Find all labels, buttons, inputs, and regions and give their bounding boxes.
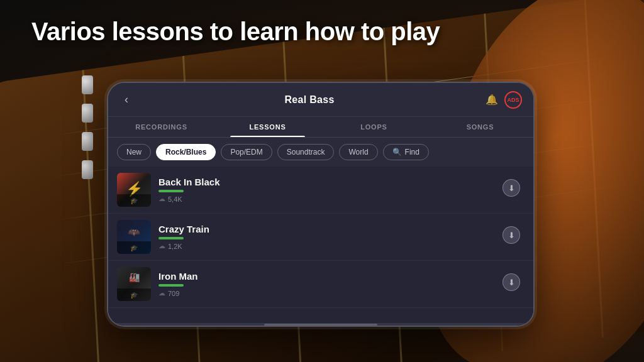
thumb-overlay: 🎓 [117, 241, 151, 254]
header-actions: 🔔 ADS [486, 91, 522, 109]
song-title: Iron Man [158, 271, 494, 282]
play-download-icon: ⬇ [502, 179, 524, 200]
song-downloads: ☁ 5,4K [158, 195, 494, 203]
song-action-button[interactable]: ⬇ [502, 178, 525, 201]
tab-loops[interactable]: LOOPS [321, 117, 427, 137]
download-arrow-icon: ⬇ [503, 227, 519, 244]
action-circle: ⬇ [502, 226, 520, 244]
tab-lessons[interactable]: LESSONS [214, 117, 321, 137]
action-circle: ⬇ [502, 273, 520, 291]
app-title: Real Bass [284, 94, 334, 106]
difficulty-bar [158, 237, 184, 239]
cloud-icon: ☁ [158, 289, 165, 297]
thumb-overlay: 🎓 [117, 194, 151, 207]
mortarboard-icon: 🎓 [130, 197, 138, 204]
filter-pop-edm[interactable]: Pop/EDM [221, 144, 272, 160]
tuning-peg [82, 75, 93, 94]
song-info: Iron Man ☁ 709 [158, 271, 494, 297]
tuning-peg [82, 160, 93, 179]
filter-world[interactable]: World [339, 144, 377, 160]
tab-bar: RECORDINGS LESSONS LOOPS SONGS [108, 117, 533, 138]
song-thumbnail: ⚡ 🎓 [117, 173, 151, 207]
scroll-indicator [108, 323, 533, 326]
song-downloads: ☁ 709 [158, 289, 494, 297]
app-screen: ‹ Real Bass 🔔 ADS RECORDINGS LESSONS LOO… [108, 83, 533, 326]
difficulty-bar [158, 284, 184, 287]
search-icon: 🔍 [392, 148, 402, 156]
play-download-icon: ⬇ [502, 273, 524, 295]
back-button[interactable]: ‹ [119, 90, 133, 109]
download-arrow-icon: ⬇ [503, 274, 519, 292]
filter-bar: New Rock/Blues Pop/EDM Soundtrack World … [108, 138, 533, 167]
download-arrow-icon: ⬇ [503, 180, 519, 197]
song-downloads: ☁ 1,2K [158, 242, 494, 250]
filter-soundtrack[interactable]: Soundtrack [277, 144, 335, 160]
filter-rock-blues[interactable]: Rock/Blues [156, 144, 216, 160]
thumb-overlay: 🎓 [117, 288, 151, 301]
song-info: Crazy Train ☁ 1,2K [158, 224, 494, 250]
tuning-peg [82, 104, 93, 123]
filter-find[interactable]: 🔍 Find [383, 144, 429, 160]
bat-icon: 🦇 [128, 226, 140, 238]
song-list: ⚡ 🎓 Back In Black ☁ 5,4K [108, 167, 533, 323]
tab-recordings[interactable]: RECORDINGS [108, 117, 214, 137]
filter-new[interactable]: New [117, 144, 151, 160]
scroll-thumb [264, 324, 377, 326]
building-icon: 🏭 [129, 272, 140, 282]
ads-badge[interactable]: ADS [504, 91, 522, 109]
action-circle: ⬇ [502, 179, 520, 197]
song-title: Back In Black [158, 177, 494, 187]
phone-frame: ‹ Real Bass 🔔 ADS RECORDINGS LESSONS LOO… [107, 82, 535, 327]
song-action-button[interactable]: ⬇ [502, 226, 525, 248]
page-headline: Varios lessons to learn how to play [31, 18, 440, 46]
song-item: 🦇 🎓 Crazy Train ☁ 1,2K [108, 214, 533, 261]
song-item: ⚡ 🎓 Back In Black ☁ 5,4K [108, 167, 533, 214]
app-header: ‹ Real Bass 🔔 ADS [108, 83, 533, 117]
song-info: Back In Black ☁ 5,4K [158, 177, 494, 203]
cloud-icon: ☁ [158, 195, 165, 203]
play-download-icon: ⬇ [502, 226, 524, 248]
song-thumbnail: 🏭 🎓 [117, 267, 151, 301]
tuning-peg [82, 132, 93, 151]
mortarboard-icon: 🎓 [130, 292, 138, 299]
bell-icon[interactable]: 🔔 [486, 94, 498, 106]
song-item: 🏭 🎓 Iron Man ☁ 709 [108, 261, 533, 308]
cloud-icon: ☁ [158, 242, 165, 250]
mortarboard-icon: 🎓 [130, 244, 138, 251]
tab-songs[interactable]: SONGS [427, 117, 533, 137]
song-title: Crazy Train [158, 224, 494, 234]
difficulty-bar [158, 190, 184, 192]
song-thumbnail: 🦇 🎓 [117, 220, 151, 254]
song-action-button[interactable]: ⬇ [502, 273, 525, 295]
